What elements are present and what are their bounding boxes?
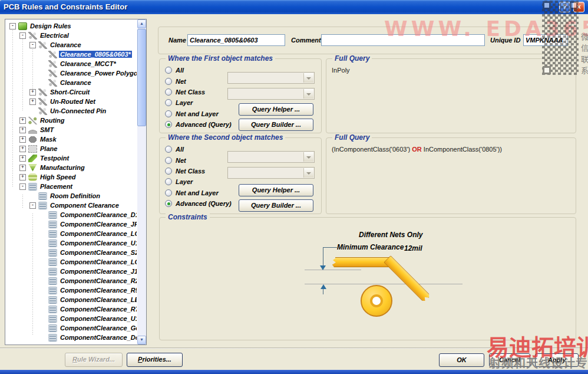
collapse-toggle[interactable]: - — [19, 32, 26, 39]
radio-net-and-layer[interactable] — [165, 110, 172, 117]
radio-layer[interactable] — [165, 99, 172, 106]
tree-item-label[interactable]: Clearance_0805&0603* — [59, 51, 132, 58]
tree-item-label[interactable]: Short-Circuit — [49, 88, 91, 96]
tree-item[interactable]: ComponentClearance_LC — [6, 229, 137, 238]
tree-item-label[interactable]: ComponentClearance_J1 — [59, 268, 137, 275]
radio-label[interactable]: Advanced (Query) — [176, 200, 232, 207]
first-query-builder-button[interactable]: Query Builder ... — [239, 119, 313, 131]
tree-item-label[interactable]: ComponentClearance_LE — [59, 296, 137, 303]
scroll-down-arrow-icon[interactable]: ▾ — [137, 336, 146, 345]
tree-item[interactable]: ComponentClearance_J1 — [6, 267, 137, 276]
tree-item[interactable]: -Clearance — [6, 40, 137, 50]
tree-item[interactable]: Clearance_Power Polygo — [6, 68, 137, 78]
expand-toggle[interactable]: + — [19, 117, 26, 124]
tree-item[interactable]: -Placement — [6, 182, 137, 191]
tree-item-label[interactable]: Component Clearance — [49, 202, 120, 209]
collapse-toggle[interactable]: - — [29, 42, 36, 48]
tree-item-label[interactable]: Manufacturing — [39, 164, 86, 171]
tree-item-label[interactable]: ComponentClearance_R2 — [59, 277, 137, 284]
radio-net-class[interactable] — [165, 168, 172, 175]
collapse-toggle[interactable]: - — [19, 183, 26, 190]
minimum-clearance-value[interactable]: 12mil — [404, 244, 422, 252]
tree-item[interactable]: -Electrical — [6, 31, 137, 40]
tree-item-label[interactable]: Design Rules — [29, 22, 72, 29]
radio-advanced-query-[interactable] — [165, 200, 172, 207]
tree-item-label[interactable]: Mask — [39, 136, 58, 143]
tree-item[interactable]: ComponentClearance_LE — [6, 295, 137, 304]
scrollbar-thumb[interactable] — [137, 29, 146, 126]
tree-item[interactable]: Clearance_0805&0603* — [6, 50, 137, 59]
tree-item[interactable]: ComponentClearance_R5 — [6, 286, 137, 295]
radio-label[interactable]: Net — [176, 78, 186, 85]
tree-item[interactable]: Clearance — [6, 78, 137, 87]
tree-item[interactable]: ComponentClearance_De — [6, 333, 137, 342]
tree-item-label[interactable]: Un-Connected Pin — [49, 107, 107, 114]
tree-item[interactable]: Un-Connected Pin — [6, 106, 137, 116]
tree-item[interactable]: +Manufacturing — [6, 163, 137, 172]
radio-net-and-layer[interactable] — [165, 189, 172, 196]
tree-item-label[interactable]: ComponentClearance_LC — [59, 258, 137, 265]
radio-net[interactable] — [165, 78, 172, 85]
priorities-button[interactable]: Priorities... — [127, 353, 183, 367]
expand-toggle[interactable]: + — [19, 136, 26, 143]
tree-item[interactable]: ComponentClearance_S2 — [6, 248, 137, 257]
tree-item[interactable]: ComponentClearance_LC — [6, 257, 137, 267]
tree-item[interactable]: ComponentClearance_D1 — [6, 210, 137, 219]
second-query-builder-button[interactable]: Query Builder ... — [239, 199, 313, 212]
radio-label[interactable]: Advanced (Query) — [176, 121, 232, 128]
radio-label[interactable]: Net and Layer — [176, 110, 219, 117]
tree-item[interactable]: +Mask — [6, 134, 137, 144]
radio-all[interactable] — [165, 67, 172, 74]
tree-item[interactable]: ComponentClearance_U1 — [6, 238, 137, 248]
collapse-toggle[interactable]: - — [29, 202, 36, 209]
expand-toggle[interactable]: + — [19, 127, 26, 133]
radio-label[interactable]: Net and Layer — [176, 189, 219, 196]
radio-label[interactable]: Layer — [176, 178, 193, 185]
radio-label[interactable]: Layer — [176, 99, 193, 106]
tree-item[interactable]: -Design Rules — [6, 21, 137, 31]
radio-label[interactable]: All — [176, 67, 184, 74]
tree-item[interactable]: +Routing — [6, 116, 137, 125]
tree-item[interactable]: ComponentClearance_R2 — [6, 276, 137, 286]
tree-item-label[interactable]: ComponentClearance_LC — [59, 230, 137, 237]
radio-label[interactable]: All — [176, 146, 184, 153]
expand-toggle[interactable]: + — [29, 99, 36, 105]
first-query-helper-button[interactable]: Query Helper ... — [239, 103, 313, 116]
tree-item-label[interactable]: ComponentClearance_Ge — [59, 324, 137, 332]
tree-item-label[interactable]: Clearance_MCCT* — [59, 60, 117, 67]
tree-item[interactable]: +Plane — [6, 144, 137, 153]
radio-row[interactable]: Net and Layer — [165, 188, 242, 198]
tree-item-label[interactable]: Electrical — [39, 32, 70, 39]
tree-item[interactable]: +SMT — [6, 125, 137, 134]
tree-item-label[interactable]: Plane — [39, 145, 58, 152]
tree-item-label[interactable]: Clearance — [49, 41, 82, 48]
second-query-helper-button[interactable]: Query Helper ... — [239, 184, 313, 196]
tree-item-label[interactable]: ComponentClearance_U1 — [59, 240, 137, 247]
tree-item-label[interactable]: Clearance_Power Polygo — [59, 70, 137, 77]
radio-label[interactable]: Net Class — [176, 88, 205, 96]
collapse-toggle[interactable]: - — [9, 23, 16, 29]
radio-row[interactable]: Advanced (Query) — [165, 119, 242, 130]
tree-item-label[interactable]: Clearance — [59, 79, 93, 86]
tree-item-label[interactable]: ComponentClearance_R7 — [59, 306, 137, 313]
tree-item-label[interactable]: ComponentClearance_D1 — [59, 211, 137, 218]
expand-toggle[interactable]: + — [19, 155, 26, 162]
tree-item[interactable]: +Un-Routed Net — [6, 97, 137, 106]
radio-net-class[interactable] — [165, 88, 172, 96]
tree-item-label[interactable]: ComponentClearance_U1 — [59, 315, 137, 322]
radio-net[interactable] — [165, 157, 172, 164]
different-nets-only-selector[interactable]: Different Nets Only — [359, 231, 422, 239]
tree-item[interactable]: +Short-Circuit — [6, 87, 137, 97]
tree-item[interactable]: ComponentClearance_R7 — [6, 304, 137, 314]
tree-item-label[interactable]: ComponentClearance_JP — [59, 221, 137, 228]
tree-item-label[interactable]: Testpoint — [39, 155, 70, 162]
radio-row[interactable]: Net and Layer — [165, 109, 242, 119]
ok-button[interactable]: OK — [439, 353, 484, 367]
tree-item[interactable]: ComponentClearance_Ge — [6, 323, 137, 333]
tree-scrollbar[interactable]: ▴ ▾ — [137, 19, 146, 345]
radio-label[interactable]: Net — [176, 157, 186, 164]
radio-row[interactable]: Advanced (Query) — [165, 198, 242, 209]
tree-item[interactable]: Room Definition — [6, 191, 137, 201]
tree-item[interactable]: -Component Clearance — [6, 201, 137, 210]
tree-item[interactable]: +High Speed — [6, 172, 137, 182]
